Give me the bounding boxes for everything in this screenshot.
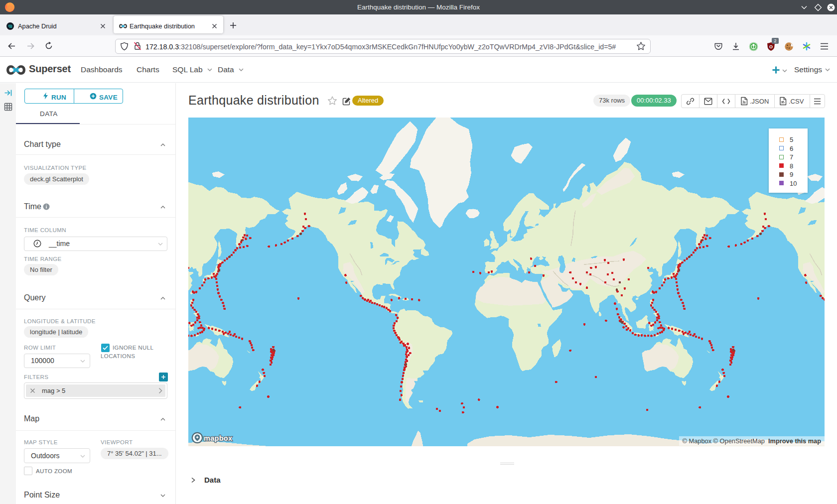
svg-text:O: O [769, 44, 773, 49]
svg-text:mapbox: mapbox [204, 434, 232, 442]
